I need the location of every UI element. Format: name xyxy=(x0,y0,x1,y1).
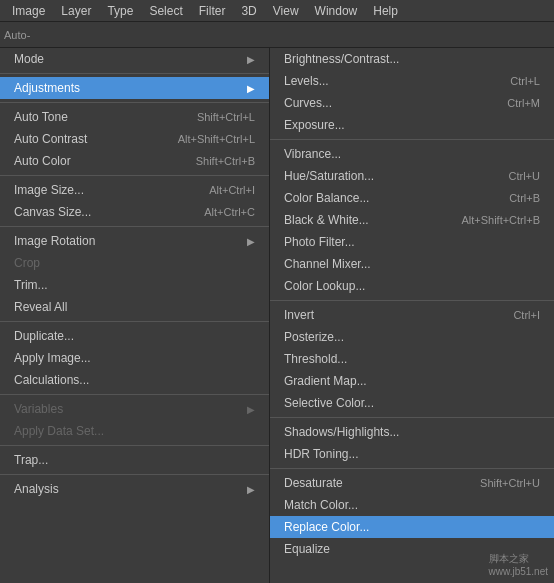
menu-item-auto-color[interactable]: Auto Color Shift+Ctrl+B xyxy=(0,150,269,172)
menu-item-auto-tone[interactable]: Auto Tone Shift+Ctrl+L xyxy=(0,106,269,128)
menu-item-gradient-map-label: Gradient Map... xyxy=(284,374,367,388)
menu-item-apply-image-label: Apply Image... xyxy=(14,351,91,365)
menu-item-desaturate[interactable]: Desaturate Shift+Ctrl+U xyxy=(270,472,554,494)
menu-item-trim[interactable]: Trim... xyxy=(0,274,269,296)
menu-item-levels-shortcut: Ctrl+L xyxy=(510,75,540,87)
menu-item-auto-tone-shortcut: Shift+Ctrl+L xyxy=(197,111,255,123)
menu-item-duplicate-label: Duplicate... xyxy=(14,329,74,343)
menu-item-calculations[interactable]: Calculations... xyxy=(0,369,269,391)
menu-item-color-balance-label: Color Balance... xyxy=(284,191,369,205)
menu-item-auto-color-shortcut: Shift+Ctrl+B xyxy=(196,155,255,167)
watermark-text: 脚本之家www.jb51.net xyxy=(489,553,548,577)
menubar-item-3d[interactable]: 3D xyxy=(233,2,264,20)
menu-item-invert[interactable]: Invert Ctrl+I xyxy=(270,304,554,326)
menu-item-invert-label: Invert xyxy=(284,308,314,322)
menu-item-analysis[interactable]: Analysis ▶ xyxy=(0,478,269,500)
menu-item-image-rotation[interactable]: Image Rotation ▶ xyxy=(0,230,269,252)
watermark: 脚本之家www.jb51.net xyxy=(489,552,548,577)
menu-item-levels[interactable]: Levels... Ctrl+L xyxy=(270,70,554,92)
menu-item-auto-tone-label: Auto Tone xyxy=(14,110,68,124)
menu-item-color-balance-shortcut: Ctrl+B xyxy=(509,192,540,204)
menu-item-shadows-highlights-label: Shadows/Highlights... xyxy=(284,425,399,439)
menu-item-channel-mixer-label: Channel Mixer... xyxy=(284,257,371,271)
menubar-item-select[interactable]: Select xyxy=(141,2,190,20)
menu-item-analysis-label: Analysis xyxy=(14,482,59,496)
menu-item-vibrance[interactable]: Vibrance... xyxy=(270,143,554,165)
menu-item-auto-contrast-label: Auto Contrast xyxy=(14,132,87,146)
menu-item-trim-label: Trim... xyxy=(14,278,48,292)
menu-item-canvas-size[interactable]: Canvas Size... Alt+Ctrl+C xyxy=(0,201,269,223)
menu-item-replace-color[interactable]: Replace Color... xyxy=(270,516,554,538)
menu-item-color-lookup[interactable]: Color Lookup... xyxy=(270,275,554,297)
menu-item-black-white[interactable]: Black & White... Alt+Shift+Ctrl+B xyxy=(270,209,554,231)
menu-item-mode[interactable]: Mode ▶ xyxy=(0,48,269,70)
menu-item-apply-data-set-label: Apply Data Set... xyxy=(14,424,104,438)
menu-item-color-lookup-label: Color Lookup... xyxy=(284,279,365,293)
menu-item-crop-label: Crop xyxy=(14,256,40,270)
right-separator-2 xyxy=(270,300,554,301)
menu-item-gradient-map[interactable]: Gradient Map... xyxy=(270,370,554,392)
menubar-item-layer[interactable]: Layer xyxy=(53,2,99,20)
separator-1 xyxy=(0,73,269,74)
menu-item-photo-filter-label: Photo Filter... xyxy=(284,235,355,249)
menu-item-hdr-toning[interactable]: HDR Toning... xyxy=(270,443,554,465)
menu-item-calculations-label: Calculations... xyxy=(14,373,89,387)
menu-item-invert-shortcut: Ctrl+I xyxy=(513,309,540,321)
menu-item-shadows-highlights[interactable]: Shadows/Highlights... xyxy=(270,421,554,443)
menu-item-crop: Crop xyxy=(0,252,269,274)
menu-item-auto-contrast[interactable]: Auto Contrast Alt+Shift+Ctrl+L xyxy=(0,128,269,150)
menu-item-image-size[interactable]: Image Size... Alt+Ctrl+I xyxy=(0,179,269,201)
menu-item-black-white-shortcut: Alt+Shift+Ctrl+B xyxy=(461,214,540,226)
menu-item-curves[interactable]: Curves... Ctrl+M xyxy=(270,92,554,114)
menu-item-black-white-label: Black & White... xyxy=(284,213,369,227)
menubar-item-type[interactable]: Type xyxy=(99,2,141,20)
separator-3 xyxy=(0,175,269,176)
menu-item-variables-label: Variables xyxy=(14,402,63,416)
menu-item-apply-image[interactable]: Apply Image... xyxy=(0,347,269,369)
menubar-item-help[interactable]: Help xyxy=(365,2,406,20)
menu-item-apply-data-set: Apply Data Set... xyxy=(0,420,269,442)
menu-item-brightness-contrast[interactable]: Brightness/Contrast... xyxy=(270,48,554,70)
menu-item-replace-color-label: Replace Color... xyxy=(284,520,369,534)
menu-item-match-color[interactable]: Match Color... xyxy=(270,494,554,516)
menu-item-duplicate[interactable]: Duplicate... xyxy=(0,325,269,347)
separator-5 xyxy=(0,321,269,322)
menu-item-channel-mixer[interactable]: Channel Mixer... xyxy=(270,253,554,275)
menu-item-hue-saturation[interactable]: Hue/Saturation... Ctrl+U xyxy=(270,165,554,187)
separator-4 xyxy=(0,226,269,227)
menu-item-mode-label: Mode xyxy=(14,52,44,66)
menu-item-image-size-shortcut: Alt+Ctrl+I xyxy=(209,184,255,196)
menu-item-reveal-all-label: Reveal All xyxy=(14,300,67,314)
menubar-item-filter[interactable]: Filter xyxy=(191,2,234,20)
menu-item-reveal-all[interactable]: Reveal All xyxy=(0,296,269,318)
separator-8 xyxy=(0,474,269,475)
menu-item-color-balance[interactable]: Color Balance... Ctrl+B xyxy=(270,187,554,209)
menu-item-exposure[interactable]: Exposure... xyxy=(270,114,554,136)
menubar-item-view[interactable]: View xyxy=(265,2,307,20)
menu-item-auto-color-label: Auto Color xyxy=(14,154,71,168)
menu-item-brightness-contrast-label: Brightness/Contrast... xyxy=(284,52,399,66)
menu-item-levels-label: Levels... xyxy=(284,74,329,88)
menu-item-photo-filter[interactable]: Photo Filter... xyxy=(270,231,554,253)
menubar: Image Layer Type Select Filter 3D View W… xyxy=(0,0,554,22)
right-separator-1 xyxy=(270,139,554,140)
menu-item-threshold[interactable]: Threshold... xyxy=(270,348,554,370)
toolbar: Auto- xyxy=(0,22,554,48)
separator-6 xyxy=(0,394,269,395)
menubar-item-window[interactable]: Window xyxy=(307,2,366,20)
menu-item-trap[interactable]: Trap... xyxy=(0,449,269,471)
menu-item-posterize-label: Posterize... xyxy=(284,330,344,344)
menu-item-hdr-toning-label: HDR Toning... xyxy=(284,447,358,461)
menu-panels: Mode ▶ Adjustments ▶ Auto Tone Shift+Ctr… xyxy=(0,48,554,583)
menu-item-image-size-label: Image Size... xyxy=(14,183,84,197)
menu-item-match-color-label: Match Color... xyxy=(284,498,358,512)
menubar-item-image[interactable]: Image xyxy=(4,2,53,20)
toolbar-content: Auto- xyxy=(4,29,30,41)
menu-item-image-rotation-arrow: ▶ xyxy=(247,236,255,247)
separator-2 xyxy=(0,102,269,103)
menu-item-selective-color[interactable]: Selective Color... xyxy=(270,392,554,414)
menu-item-trap-label: Trap... xyxy=(14,453,48,467)
menu-item-canvas-size-label: Canvas Size... xyxy=(14,205,91,219)
menu-item-posterize[interactable]: Posterize... xyxy=(270,326,554,348)
menu-item-adjustments[interactable]: Adjustments ▶ xyxy=(0,77,269,99)
